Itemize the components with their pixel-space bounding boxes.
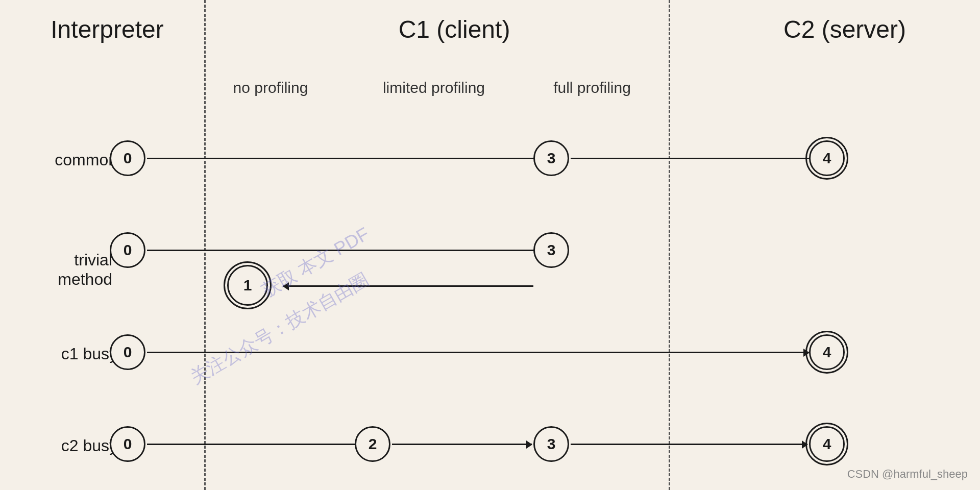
header-c1: C1 (client) xyxy=(281,15,628,43)
divider-right xyxy=(669,0,670,490)
circle-trivial-1: 1 xyxy=(227,265,268,306)
arrow-c2busy-3-4 xyxy=(571,444,807,445)
arrow-trivial-0-3 xyxy=(147,250,549,251)
circle-c2busy-2: 2 xyxy=(355,426,390,462)
header-c2: C2 (server) xyxy=(730,15,960,43)
circle-trivial-3: 3 xyxy=(533,232,569,268)
circle-trivial-0: 0 xyxy=(110,232,145,268)
csdn-label: CSDN @harmful_sheep xyxy=(847,468,968,481)
diagram: Interpreter C1 (client) C2 (server) no p… xyxy=(0,0,980,490)
subheader-limited-profiling: limited profiling xyxy=(352,79,516,96)
circle-c1busy-4: 4 xyxy=(809,334,845,370)
subheader-no-profiling: no profiling xyxy=(209,79,332,96)
header-interpreter: Interpreter xyxy=(26,15,189,43)
subheader-full-profiling: full profiling xyxy=(521,79,664,96)
arrow-c2busy-0-2 xyxy=(147,444,371,445)
row-label-trivial: trivialmethod xyxy=(10,250,112,289)
circle-c2busy-0: 0 xyxy=(110,426,145,462)
arrow-c1busy-0-4 xyxy=(147,352,809,353)
circle-common-0: 0 xyxy=(110,140,145,176)
row-label-c2busy: c2 busy xyxy=(15,436,117,455)
circle-c2busy-4: 4 xyxy=(809,426,845,462)
arrow-common-0-3 xyxy=(147,158,549,159)
row-label-c1busy: c1 busy xyxy=(15,345,117,363)
row-label-common: common xyxy=(15,151,117,169)
circle-c1busy-0: 0 xyxy=(110,334,145,370)
arrow-trivial-3-1 xyxy=(283,285,533,287)
circle-c2busy-3: 3 xyxy=(533,426,569,462)
watermark-1: 获取 本文 PDF xyxy=(257,222,374,303)
divider-left xyxy=(204,0,206,490)
arrow-c2busy-2-3 xyxy=(392,444,532,445)
circle-common-3: 3 xyxy=(533,140,569,176)
circle-common-4: 4 xyxy=(809,140,845,176)
arrow-common-3-4 xyxy=(571,158,821,159)
